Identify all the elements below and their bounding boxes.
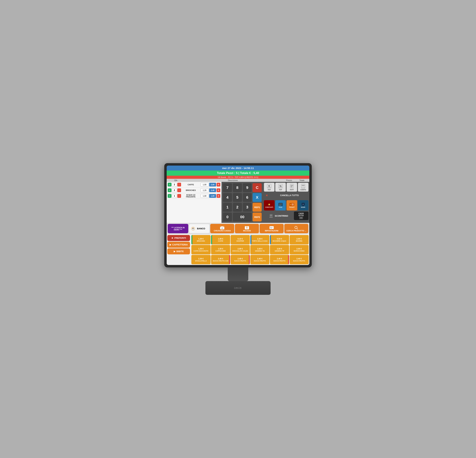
product-macchiato-btn[interactable]: 1,30 € CAFFE MACCHIATO [191,245,211,254]
name-bicerin: BICERIN [296,240,302,242]
price-1: 1,00 [200,183,209,186]
product-ginseng-tp-btn[interactable]: 2,50 € GINSENG TP [270,245,289,254]
price-cappuccino: 1,50 € [218,248,223,250]
name-cappuccino: CAPPUCCINO [215,250,226,252]
qty-decrease-btn-1[interactable]: - [177,183,181,186]
product-cappuccino-btn[interactable]: 1,50 € CAPPUCCINO [211,245,230,254]
product-brioches-btn[interactable]: 1,20 € BRIOCHES [191,235,211,244]
qty-increase-btn-3[interactable]: + [168,194,171,198]
tot-euro-btn[interactable]: € TOT [264,183,274,192]
product-marocchino-btn[interactable]: 2,00 € MAROCCHINO [290,245,309,254]
svg-rect-21 [281,205,281,206]
num-4-btn[interactable]: 4 [223,193,232,202]
num-9-btn[interactable]: 9 [243,183,252,192]
star-icon: ★ [171,237,173,239]
num-6-btn[interactable]: 6 [243,193,252,202]
product-caffe-btn[interactable]: 1,00 € CAFFE [211,235,230,244]
receipt-panel: + 2 - CAFFE 1,00 2,00 ✕ + 2 - BRIOCHES [167,182,221,223]
ticket-icon [289,203,294,206]
qty-increase-btn-1[interactable]: + [168,183,171,186]
name-ginseng-tg: GINSENG TG [255,250,265,252]
rep2-btn[interactable]: REP2 [253,213,262,221]
product-cioccolata-btn[interactable]: 2,00 € CIOCCOLATA CALDA [231,245,250,254]
cat-caffetteria-btn[interactable]: ▶ CAFFETTERIA [167,242,190,248]
incassi-icon [245,225,249,230]
invoice-icon [289,184,294,189]
cerca-prodotto-btn[interactable]: CERCA PRODOTTO ... [284,224,308,233]
conto-btn[interactable]: CONTO [298,183,308,192]
cancella-tutto-btn[interactable]: CANCELLA TUTTO [270,192,308,199]
svg-text:€: € [303,204,304,205]
delete-row-3[interactable]: ✕ [217,194,220,198]
name-succo-frutta-2: SUCCO FRUTTA [254,260,266,262]
action-row: *** LICENZA IN DEMO *** ☕ BANCO ▇▇▇▇ 17 [167,223,309,234]
qty-value-1: 2 [172,183,177,186]
fatt-btn[interactable]: FATT [287,183,297,192]
product-bicchiere-btn[interactable]: 0,50 € BCCHERE ACQUA [270,235,289,244]
rep1-btn[interactable]: REP1 [253,203,262,212]
num-1-btn[interactable]: 1 [223,203,232,212]
product-succo-ace-btn[interactable]: 2,40 € SUCCO FRUTTA ACE [211,255,230,264]
product-ginseng-tg-btn[interactable]: 2,50 € GINSENG TG [250,245,270,254]
products-grid: 1,20 € BRIOCHES 1,00 € CAFFE 0,10 € SHOP… [191,234,309,265]
delete-row-2[interactable]: ✕ [217,188,220,192]
num-8-btn[interactable]: 8 [233,183,242,192]
num-0-btn[interactable]: 0 [223,213,232,221]
num-3-btn[interactable]: 3 [243,203,252,212]
product-sfogliatella-btn[interactable]: 2,30 € SFOGLIATELLA [191,255,211,264]
num-00-btn[interactable]: 00 [233,213,252,221]
sosp-btn[interactable]: € SOSP. [298,200,308,210]
qty-increase-btn-2[interactable]: + [168,188,171,192]
qty-decrease-btn-2[interactable]: - [177,188,181,192]
name-torta: TORTA DELLA CASA [252,240,267,242]
caffetteria-label: CAFFETTERIA [172,243,188,246]
impostazioni-btn[interactable]: IMPOSTAZIONI [260,224,284,233]
banco-btn[interactable]: ☕ BANCO [189,224,210,233]
name-ginseng-tp: GINSENG TP [275,250,284,252]
cat-preferiti-btn[interactable]: ★ PREFERITI [167,235,190,241]
price-ginseng-tp: 2,50 € [277,248,282,250]
product-succo-frutta-4-btn[interactable]: 2,40 € SUCCO FRUTTA [290,255,309,264]
num-7-btn[interactable]: 7 [223,183,232,192]
chiusura-cassa-btn[interactable]: ▇▇▇▇ 17 CHIUSURA CASSA [210,224,234,233]
qty-decrease-btn-3[interactable]: - [177,194,181,198]
products-area: ★ PREFERITI ▶ CAFFETTERIA ▶ BIBITE [167,234,309,265]
svg-rect-20 [280,205,280,206]
stand-neck [228,267,248,281]
qty-value-3: 1 [172,194,177,198]
numpad-area: 7 8 9 C 4 5 6 X 1 2 3 REP1 0 [221,182,309,223]
product-succo-frutta-3-btn[interactable]: 2,40 € SUCCO FRUTTA [270,255,289,264]
cat-bibite-btn[interactable]: ▶ BIBITE [167,248,190,254]
scontrino-btn[interactable]: SCONTRINO [264,211,293,220]
clear-btn[interactable]: C [253,183,262,192]
calendar-icon: ▇▇▇▇ 17 [220,225,225,230]
svg-text:€: € [269,185,270,187]
product-succo-frutta-1-btn[interactable]: 2,40 € SUCCO FRUTTA [231,255,250,264]
col-total-label: Totale [296,179,308,181]
multiply-btn[interactable]: X [253,193,262,202]
scontrino-cassetto-row: SCONTRINO CASS ETTO [264,211,308,220]
incassi-btn[interactable]: INCASSI [235,224,259,233]
col-qty-label: Qtà [168,179,183,181]
cassetto-line2: ETTO [299,214,304,217]
contanti-icon: 2€ [267,203,272,206]
name-succo-ace: SUCCO FRUTTA ACE [213,260,228,262]
name-cioccolata: CIOCCOLATA CALDA [232,250,248,252]
product-torta-btn[interactable]: 2,30 € TORTA DELLA CASA [250,235,270,244]
product-bicerin-btn[interactable]: 2,00 € BICERIN [290,235,309,244]
pos-btn[interactable]: POS [275,200,286,210]
product-shopper-btn[interactable]: 0,10 € SHOPPER [231,235,250,244]
num-5-btn[interactable]: 5 [233,193,242,202]
cassetto-btn[interactable]: CASS ETTO [294,211,308,220]
triangle-icon: ▶ [170,243,171,246]
tot-percent-btn[interactable]: % TOT [275,183,286,192]
product-succo-frutta-2-btn[interactable]: 2,40 € SUCCO FRUTTA [250,255,270,264]
ticket-btn[interactable]: TICKET [287,200,297,210]
num-2-btn[interactable]: 2 [233,203,242,212]
delete-row-1[interactable]: ✕ [217,183,220,186]
contanti-btn[interactable]: 2€ CONTANTI [264,200,274,210]
screen-inner: mer 27 dic 2023 - 14:55:11 Totale Pezzi … [167,166,309,265]
categories-panel: ★ PREFERITI ▶ CAFFETTERIA ▶ BIBITE [167,234,191,265]
pos-icon [278,203,283,206]
licenza-btn[interactable]: *** LICENZA IN DEMO *** [168,224,188,233]
